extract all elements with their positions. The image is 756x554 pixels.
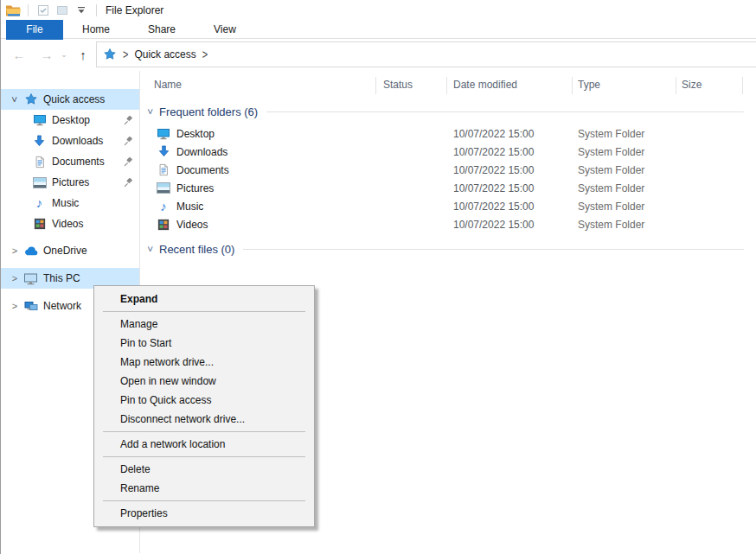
music-note-icon: ♪ — [157, 200, 170, 213]
menu-item-add-a-network-location[interactable]: Add a network location — [94, 435, 314, 454]
file-date-modified: 10/07/2022 15:00 — [453, 182, 578, 194]
sidebar-item-downloads[interactable]: Downloads — [1, 131, 139, 151]
file-row-pictures[interactable]: Pictures 10/07/2022 15:00 System Folder — [140, 179, 756, 197]
file-explorer-folder-icon — [5, 3, 21, 18]
chevron-expanded-icon[interactable]: > — [10, 93, 20, 105]
file-name: Pictures — [176, 182, 214, 194]
sidebar-item-label: Quick access — [43, 93, 105, 105]
file-row-videos[interactable]: Videos 10/07/2022 15:00 System Folder — [140, 215, 756, 233]
titlebar-separator — [96, 4, 97, 16]
tab-home[interactable]: Home — [63, 20, 129, 38]
file-type: System Folder — [578, 182, 756, 194]
desktop-icon — [157, 127, 170, 141]
column-divider[interactable] — [446, 77, 447, 94]
documents-icon — [32, 155, 47, 169]
breadcrumb-chevron-icon[interactable]: > — [202, 48, 208, 61]
group-chevron-expanded-icon[interactable]: > — [145, 106, 156, 117]
chevron-collapsed-icon[interactable]: > — [9, 273, 21, 283]
menu-separator — [103, 311, 305, 312]
file-row-desktop[interactable]: Desktop 10/07/2022 15:00 System Folder — [140, 124, 756, 143]
sidebar-item-label: Desktop — [52, 114, 90, 126]
column-header-size[interactable]: Size — [682, 71, 702, 99]
sidebar-item-label: Documents — [52, 156, 105, 168]
sidebar-item-label: Downloads — [52, 135, 103, 147]
file-name: Documents — [176, 164, 229, 176]
column-header-name[interactable]: Name — [154, 71, 182, 99]
column-divider[interactable] — [375, 77, 376, 94]
sidebar-item-documents[interactable]: Documents — [1, 151, 139, 172]
file-date-modified: 10/07/2022 15:00 — [453, 146, 578, 158]
column-header-date-modified[interactable]: Date modified — [453, 71, 517, 99]
menu-item-map-network-drive[interactable]: Map network drive... — [94, 353, 314, 372]
sidebar-item-label: Pictures — [52, 176, 89, 188]
file-name: Desktop — [176, 128, 215, 140]
group-chevron-expanded-icon[interactable]: > — [145, 244, 156, 254]
column-divider[interactable] — [742, 77, 743, 94]
tab-share[interactable]: Share — [129, 20, 195, 38]
downloads-icon — [157, 145, 170, 159]
file-type: System Folder — [578, 128, 756, 140]
back-button[interactable]: ← — [10, 39, 29, 70]
file-type: System Folder — [578, 164, 756, 176]
file-row-downloads[interactable]: Downloads 10/07/2022 15:00 System Folder — [140, 143, 756, 161]
breadcrumb-location[interactable]: Quick access — [134, 48, 195, 60]
group-rule-line — [243, 249, 744, 250]
documents-icon — [157, 163, 170, 177]
up-button[interactable]: ↑ — [74, 39, 93, 70]
address-bar[interactable]: > Quick access > — [96, 41, 756, 67]
menu-separator — [103, 456, 305, 457]
menu-item-pin-to-start[interactable]: Pin to Start — [94, 334, 314, 353]
sidebar-item-label: Music — [52, 197, 79, 209]
sidebar-item-label: Videos — [52, 218, 83, 230]
menu-item-disconnect-network-drive[interactable]: Disconnect network drive... — [94, 410, 314, 429]
sidebar-item-music[interactable]: ♪ Music — [1, 193, 139, 213]
menu-item-expand[interactable]: Expand — [94, 290, 314, 309]
file-type: System Folder — [578, 219, 756, 231]
music-note-icon: ♪ — [32, 196, 47, 210]
forward-button[interactable]: → — [37, 39, 56, 70]
sidebar-item-onedrive[interactable]: > OneDrive — [1, 240, 139, 261]
column-header-type[interactable]: Type — [578, 71, 600, 99]
titlebar-separator — [28, 4, 29, 16]
videos-film-icon — [157, 218, 170, 232]
column-divider[interactable] — [572, 77, 573, 94]
this-pc-context-menu: Expand Manage Pin to Start Map network d… — [93, 285, 315, 527]
new-folder-qat-icon[interactable] — [54, 3, 70, 18]
tab-file[interactable]: File — [6, 20, 63, 40]
group-rule-line — [266, 111, 744, 112]
chevron-collapsed-icon[interactable]: > — [9, 301, 21, 311]
ribbon-tab-bar: File Home Share View — [1, 20, 756, 39]
sidebar-item-label: This PC — [43, 272, 80, 284]
file-row-documents[interactable]: Documents 10/07/2022 15:00 System Folder — [140, 161, 756, 179]
file-name: Music — [176, 201, 203, 213]
menu-item-properties[interactable]: Properties — [94, 504, 314, 523]
chevron-collapsed-icon[interactable]: > — [9, 245, 21, 256]
sidebar-item-quick-access[interactable]: > Quick access — [1, 89, 139, 110]
pictures-icon — [32, 175, 47, 189]
recent-files-group-header[interactable]: > Recent files (0) — [140, 239, 756, 259]
sidebar-item-videos[interactable]: Videos — [1, 213, 139, 234]
properties-qat-icon[interactable] — [35, 3, 51, 18]
this-pc-monitor-icon — [23, 271, 38, 285]
group-label: Frequent folders (6) — [159, 105, 258, 118]
menu-item-delete[interactable]: Delete — [94, 460, 314, 479]
sidebar-item-desktop[interactable]: Desktop — [1, 110, 139, 131]
menu-item-rename[interactable]: Rename — [94, 479, 314, 498]
column-header-status[interactable]: Status — [383, 71, 413, 99]
pin-icon — [124, 137, 133, 149]
menu-item-manage[interactable]: Manage — [94, 315, 314, 334]
frequent-folders-list: Desktop 10/07/2022 15:00 System Folder D… — [140, 124, 756, 233]
frequent-folders-group-header[interactable]: > Frequent folders (6) — [140, 101, 756, 122]
tab-view[interactable]: View — [195, 20, 255, 38]
sidebar-item-pictures[interactable]: Pictures — [1, 172, 139, 193]
breadcrumb-chevron-icon[interactable]: > — [123, 48, 128, 61]
menu-item-pin-to-quick-access[interactable]: Pin to Quick access — [94, 391, 314, 410]
file-date-modified: 10/07/2022 15:00 — [453, 201, 578, 213]
menu-item-open-in-new-window[interactable]: Open in new window — [94, 372, 314, 391]
recent-locations-dropdown-icon[interactable]: ⌄ — [58, 39, 70, 70]
column-divider[interactable] — [676, 77, 676, 94]
customize-quick-access-dropdown-icon[interactable] — [74, 3, 89, 18]
onedrive-cloud-icon — [23, 244, 38, 258]
sidebar-item-label: OneDrive — [43, 245, 87, 257]
file-row-music[interactable]: ♪ Music 10/07/2022 15:00 System Folder — [140, 197, 756, 215]
